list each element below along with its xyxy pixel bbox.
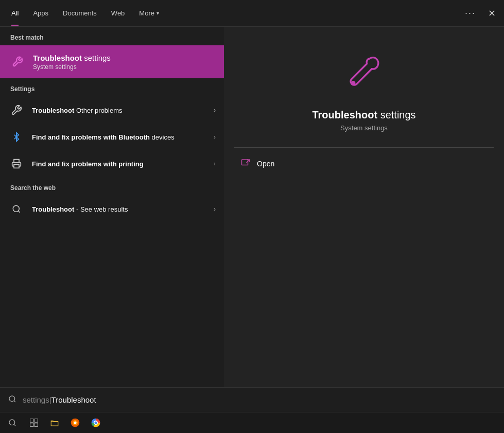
options-dots-button[interactable]: ··· bbox=[461, 6, 480, 21]
right-panel: Troubleshoot settings System settings Op… bbox=[224, 27, 504, 412]
right-panel-subtitle: System settings bbox=[340, 124, 388, 132]
arrow-icon-2: › bbox=[214, 133, 216, 141]
taskbar-search-button[interactable] bbox=[4, 417, 21, 429]
tab-documents[interactable]: Documents bbox=[56, 0, 104, 26]
list-item-web-search[interactable]: Troubleshoot - See web results › bbox=[0, 196, 224, 222]
svg-rect-13 bbox=[34, 423, 38, 427]
wrench-icon bbox=[8, 102, 25, 118]
search-text-display: settings | Troubleshoot bbox=[23, 395, 96, 404]
svg-rect-12 bbox=[30, 423, 34, 427]
list-item-troubleshoot-other[interactable]: Troubleshoot Other problems › bbox=[0, 97, 224, 124]
best-match-title: Troubleshoot settings bbox=[33, 54, 111, 62]
taskbar-firefox-button[interactable] bbox=[66, 413, 84, 432]
more-chevron-icon: ▾ bbox=[157, 10, 159, 16]
svg-point-3 bbox=[352, 82, 355, 85]
svg-line-9 bbox=[14, 424, 15, 426]
search-bar: settings | Troubleshoot bbox=[0, 387, 504, 412]
svg-rect-10 bbox=[30, 419, 34, 423]
svg-point-21 bbox=[95, 422, 97, 424]
svg-point-1 bbox=[13, 205, 19, 212]
content-area: Best match Troubleshoot settings System … bbox=[0, 27, 504, 412]
searchbar-search-icon bbox=[8, 395, 16, 405]
list-item-printing[interactable]: Find and fix problems with printing › bbox=[0, 150, 224, 177]
tab-all[interactable]: All bbox=[4, 0, 26, 26]
printing-text: Find and fix problems with printing bbox=[32, 160, 214, 168]
taskbar-icons bbox=[25, 413, 105, 432]
search-icon bbox=[8, 201, 25, 217]
taskbar-task-view-button[interactable] bbox=[25, 413, 43, 432]
right-panel-title: Troubleshoot settings bbox=[312, 109, 415, 121]
svg-rect-11 bbox=[34, 419, 38, 423]
left-panel: Best match Troubleshoot settings System … bbox=[0, 27, 224, 412]
tab-more[interactable]: More ▾ bbox=[132, 0, 166, 26]
svg-rect-0 bbox=[14, 165, 19, 168]
tabs-bar: All Apps Documents Web More ▾ ··· ✕ bbox=[0, 0, 504, 27]
taskbar bbox=[0, 412, 504, 433]
bluetooth-icon bbox=[8, 129, 25, 145]
arrow-icon: › bbox=[214, 107, 216, 114]
svg-line-2 bbox=[18, 211, 20, 212]
tab-web[interactable]: Web bbox=[104, 0, 132, 26]
arrow-icon-4: › bbox=[214, 205, 216, 213]
tab-apps[interactable]: Apps bbox=[26, 0, 56, 26]
web-search-label: Search the web bbox=[0, 177, 224, 196]
tabs-right-actions: ··· ✕ bbox=[461, 6, 500, 21]
right-panel-icon bbox=[338, 47, 390, 99]
troubleshoot-other-text: Troubleshoot Other problems bbox=[32, 107, 214, 114]
troubleshoot-settings-icon bbox=[8, 53, 27, 71]
taskbar-chrome-button[interactable] bbox=[86, 413, 105, 432]
taskbar-file-explorer-button[interactable] bbox=[45, 413, 64, 432]
list-item-bluetooth[interactable]: Find and fix problems with Bluetooth dev… bbox=[0, 124, 224, 150]
settings-label: Settings bbox=[0, 78, 224, 97]
best-match-text: Troubleshoot settings System settings bbox=[33, 54, 111, 71]
search-typed: Troubleshoot bbox=[51, 395, 96, 404]
open-label: Open bbox=[257, 160, 274, 168]
bluetooth-text: Find and fix problems with Bluetooth dev… bbox=[32, 133, 214, 141]
open-icon bbox=[239, 158, 252, 169]
web-search-text: Troubleshoot - See web results bbox=[32, 205, 214, 213]
search-placeholder: settings bbox=[23, 395, 49, 404]
svg-point-8 bbox=[9, 420, 15, 425]
close-button[interactable]: ✕ bbox=[484, 6, 500, 21]
best-match-subtitle: System settings bbox=[33, 63, 111, 71]
right-divider bbox=[234, 147, 494, 148]
svg-line-7 bbox=[14, 401, 15, 402]
best-match-item[interactable]: Troubleshoot settings System settings bbox=[0, 45, 224, 78]
printer-icon bbox=[8, 155, 25, 172]
svg-point-17 bbox=[74, 422, 77, 424]
open-action[interactable]: Open bbox=[234, 158, 494, 169]
arrow-icon-3: › bbox=[214, 160, 216, 167]
svg-point-6 bbox=[9, 396, 15, 402]
best-match-label: Best match bbox=[0, 27, 224, 45]
